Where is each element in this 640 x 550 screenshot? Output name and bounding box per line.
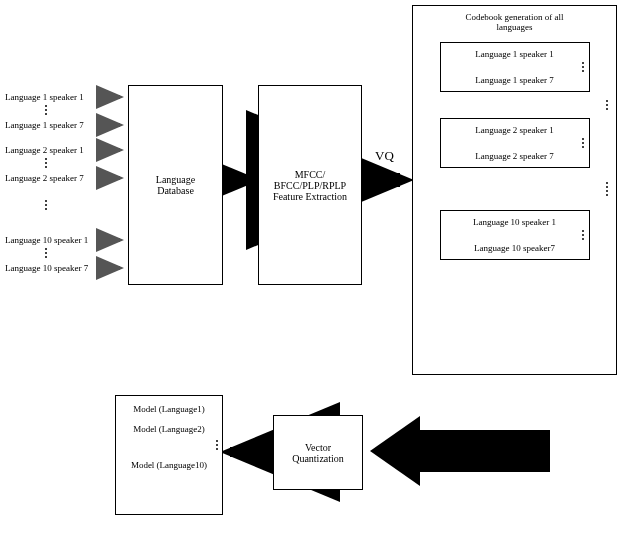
- model-2: Model (Language2): [120, 424, 218, 434]
- model-1: Model (Language1): [120, 404, 218, 414]
- vdots-l1: [45, 105, 47, 115]
- svg-marker-11: [370, 416, 420, 486]
- cb2-a: Language 2 speaker 1: [445, 125, 585, 135]
- models-block: Model (Language1) Model (Language2) Mode…: [115, 395, 223, 515]
- codebook-container: Codebook generation of all languages Lan…: [412, 5, 617, 375]
- codebook-lang2: Language 2 speaker 1 Language 2 speaker …: [440, 118, 590, 168]
- input-l10s1: Language 10 speaker 1: [5, 235, 88, 245]
- codebook-lang1: Language 1 speaker 1 Language 1 speaker …: [440, 42, 590, 92]
- model-10: Model (Language10): [120, 460, 218, 470]
- language-database-block: Language Database: [128, 85, 223, 285]
- input-l2s7: Language 2 speaker 7: [5, 173, 84, 183]
- input-l10s7: Language 10 speaker 7: [5, 263, 88, 273]
- codebook-lang10: Language 10 speaker 1 Language 10 speake…: [440, 210, 590, 260]
- vdots-l10: [45, 248, 47, 258]
- vdots-cb-1-2: [513, 100, 640, 110]
- codebook-title: Codebook generation of all languages: [421, 12, 608, 32]
- cb10-a: Language 10 speaker 1: [445, 217, 585, 227]
- vq-label: VQ: [375, 148, 394, 164]
- vdots-cb2: [513, 138, 641, 148]
- vdots-cb10: [513, 230, 641, 240]
- svg-rect-10: [420, 430, 550, 472]
- cb1-b: Language 1 speaker 7: [445, 75, 585, 85]
- input-l1s1: Language 1 speaker 1: [5, 92, 84, 102]
- vdots-l2: [45, 158, 47, 168]
- input-l1s7: Language 1 speaker 7: [5, 120, 84, 130]
- cb2-b: Language 2 speaker 7: [445, 151, 585, 161]
- input-l2s1: Language 2 speaker 1: [5, 145, 84, 155]
- vdots-mid: [45, 200, 47, 210]
- vdots-cb1: [513, 62, 641, 72]
- vector-quantization-block: Vector Quantization: [273, 415, 363, 490]
- vdots-models: [168, 440, 266, 450]
- cb10-b: Language 10 speaker7: [445, 243, 585, 253]
- vdots-cb-2-10: [513, 182, 640, 196]
- feature-extraction-block: MFCC/ BFCC/PLP/RPLP Feature Extraction: [258, 85, 362, 285]
- cb1-a: Language 1 speaker 1: [445, 49, 585, 59]
